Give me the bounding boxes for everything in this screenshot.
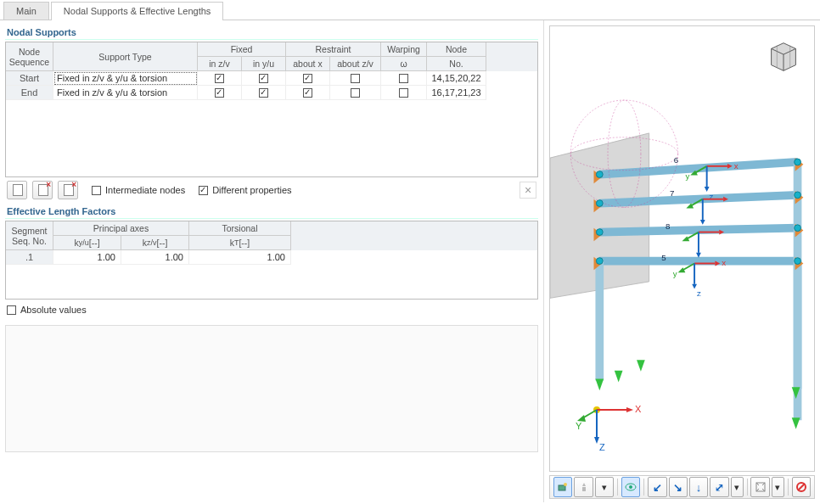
view-camera-button[interactable] bbox=[553, 477, 572, 497]
table-empty-area bbox=[6, 100, 537, 176]
svg-point-80 bbox=[564, 483, 567, 486]
close-button[interactable]: × bbox=[520, 182, 536, 199]
info-panel bbox=[5, 325, 538, 452]
cell-nodeno: 16,17,21,23 bbox=[427, 86, 486, 100]
nodal-supports-title: Nodal Supports bbox=[5, 24, 538, 40]
svg-point-65 bbox=[596, 229, 603, 236]
svg-marker-42 bbox=[700, 220, 705, 225]
tab-nodal-label: Nodal Supports & Effective Lengths bbox=[64, 6, 211, 16]
tab-main-label: Main bbox=[16, 6, 37, 16]
col-omega: ω bbox=[381, 57, 427, 71]
delete-row-button[interactable] bbox=[32, 181, 53, 199]
delete-all-button[interactable] bbox=[58, 181, 78, 199]
separator bbox=[617, 479, 618, 496]
svg-text:8: 8 bbox=[666, 221, 670, 231]
col-in-yu: in y/u bbox=[242, 57, 286, 71]
fit-dropdown-button[interactable]: ▾ bbox=[772, 477, 784, 497]
cell-inzv[interactable] bbox=[198, 71, 242, 86]
col-node-sequence: Node Sequence bbox=[6, 42, 53, 71]
cell-seq: End bbox=[6, 86, 53, 100]
axes-triad: X Y Z bbox=[576, 384, 643, 454]
svg-rect-79 bbox=[559, 485, 565, 490]
effective-length-table: Segment Seq. No. Principal axes Torsiona… bbox=[5, 221, 538, 300]
svg-point-61 bbox=[596, 171, 603, 178]
cell-inzv[interactable] bbox=[198, 86, 242, 100]
checkbox-icon bbox=[399, 88, 408, 98]
checkbox-icon bbox=[351, 88, 360, 98]
view-y-button[interactable]: ↘ bbox=[669, 477, 688, 497]
checkbox-icon bbox=[259, 74, 268, 83]
viewport-toolbar: ▾ ↙ ↘ ↓ ⤢ ▾ ▾ bbox=[549, 475, 815, 499]
view-z-button[interactable]: ↓ bbox=[689, 477, 708, 497]
svg-point-66 bbox=[795, 225, 801, 232]
checkbox-icon bbox=[7, 305, 16, 315]
print-button[interactable]: ▾ bbox=[595, 477, 614, 497]
col-kt: kT [--] bbox=[189, 236, 291, 250]
col-support-type: Support Type bbox=[53, 42, 198, 71]
col-in-zv: in z/v bbox=[198, 57, 242, 71]
svg-point-64 bbox=[795, 192, 801, 199]
cell-inyu[interactable] bbox=[242, 86, 286, 100]
svg-text:x: x bbox=[722, 258, 726, 267]
view-render-button[interactable] bbox=[574, 477, 593, 497]
checkbox-icon bbox=[303, 88, 312, 98]
tab-nodal[interactable]: Nodal Supports & Effective Lengths bbox=[51, 2, 223, 20]
viewport-3d[interactable]: x y z 6 7 bbox=[549, 25, 815, 472]
svg-point-63 bbox=[596, 200, 603, 207]
cell-aboutx[interactable] bbox=[286, 71, 330, 86]
table-row[interactable]: .1 1.00 1.00 1.00 bbox=[6, 250, 537, 265]
cell-support-type[interactable]: Fixed in z/v & y/u & torsion bbox=[53, 86, 198, 100]
svg-text:5: 5 bbox=[661, 253, 666, 262]
cell-support-type[interactable]: Fixed in z/v & y/u & torsion bbox=[53, 71, 198, 86]
svg-marker-71 bbox=[626, 407, 633, 412]
cell-omega[interactable] bbox=[381, 71, 427, 86]
col-restraint: Restraint bbox=[286, 42, 381, 57]
cell-aboutzv[interactable] bbox=[330, 71, 381, 86]
table-row[interactable]: End Fixed in z/v & y/u & torsion 16,17,2… bbox=[6, 86, 537, 100]
checkbox-icon bbox=[303, 74, 312, 83]
view-dropdown-button[interactable]: ▾ bbox=[731, 477, 744, 497]
cell-omega[interactable] bbox=[381, 86, 427, 100]
col-kyu: ky/u [--] bbox=[53, 236, 121, 250]
svg-point-62 bbox=[795, 159, 801, 165]
cell-kzv[interactable]: 1.00 bbox=[121, 250, 189, 265]
view-iso-button[interactable]: ⤢ bbox=[710, 477, 728, 497]
different-properties-label: Different properties bbox=[212, 185, 291, 195]
cell-aboutx[interactable] bbox=[286, 86, 330, 100]
table-row[interactable]: Start Fixed in z/v & y/u & torsion 14,15… bbox=[6, 71, 537, 86]
separator bbox=[747, 479, 748, 496]
cell-kt[interactable]: 1.00 bbox=[189, 250, 291, 265]
fit-button[interactable] bbox=[750, 477, 769, 497]
cancel-button[interactable] bbox=[792, 477, 811, 497]
cell-kyu[interactable]: 1.00 bbox=[53, 250, 121, 265]
svg-text:z: z bbox=[697, 288, 701, 298]
svg-marker-21 bbox=[637, 360, 645, 372]
different-properties-checkbox[interactable]: Different properties bbox=[199, 185, 291, 195]
absolute-values-label: Absolute values bbox=[20, 305, 87, 315]
svg-text:Y: Y bbox=[576, 421, 582, 431]
separator bbox=[788, 479, 789, 496]
col-principal: Principal axes bbox=[53, 221, 189, 236]
intermediate-nodes-label: Intermediate nodes bbox=[105, 185, 185, 195]
tab-main[interactable]: Main bbox=[3, 2, 49, 20]
svg-text:X: X bbox=[635, 404, 642, 414]
cell-aboutzv[interactable] bbox=[330, 86, 381, 100]
checkbox-icon bbox=[215, 74, 224, 83]
cell-inyu[interactable] bbox=[242, 71, 286, 86]
svg-point-68 bbox=[795, 258, 801, 265]
svg-text:x: x bbox=[734, 161, 739, 171]
col-node-no-bot: No. bbox=[427, 57, 486, 71]
intermediate-nodes-checkbox[interactable]: Intermediate nodes bbox=[92, 185, 185, 195]
svg-text:6: 6 bbox=[674, 155, 678, 165]
checkbox-icon bbox=[215, 88, 224, 98]
view-x-button[interactable]: ↙ bbox=[648, 477, 666, 497]
col-segment: Segment Seq. No. bbox=[6, 221, 53, 250]
checkbox-icon bbox=[259, 88, 268, 98]
absolute-values-checkbox[interactable]: Absolute values bbox=[5, 300, 538, 318]
checkbox-icon bbox=[351, 74, 360, 83]
show-hide-button[interactable] bbox=[621, 477, 640, 497]
nodal-supports-table: Node Sequence Support Type Fixed Restrai… bbox=[5, 42, 538, 177]
table-empty-area bbox=[6, 265, 537, 299]
copy-button[interactable] bbox=[7, 181, 27, 199]
svg-point-82 bbox=[629, 485, 632, 489]
